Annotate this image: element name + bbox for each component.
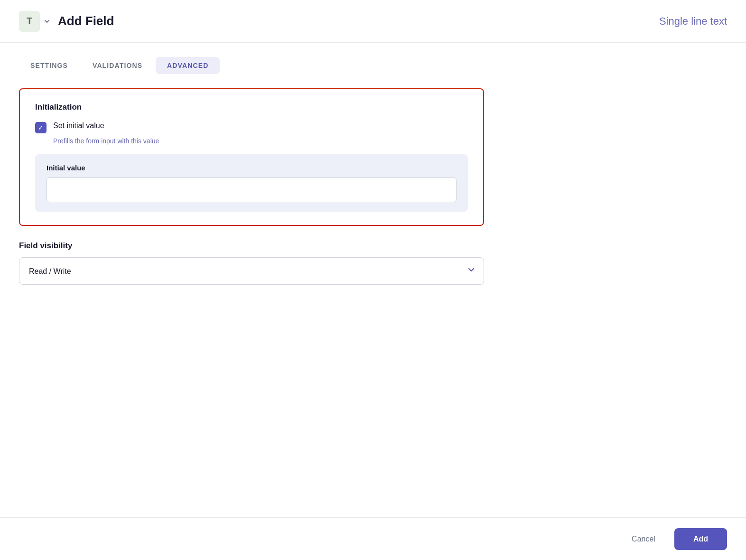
checkmark-icon: ✓ (38, 124, 44, 131)
initial-value-box: Initial value (35, 154, 468, 212)
initial-value-label: Initial value (47, 164, 457, 172)
cancel-button[interactable]: Cancel (622, 530, 665, 548)
avatar-letter: T (27, 16, 32, 27)
tab-settings[interactable]: SETTINGS (19, 57, 79, 74)
initialization-title: Initialization (35, 103, 468, 112)
tab-validations[interactable]: VALIDATIONS (81, 57, 154, 74)
page-title: Add Field (58, 14, 114, 28)
initial-value-input[interactable] (47, 177, 457, 202)
set-initial-value-label: Set initial value (53, 121, 104, 130)
header: T Add Field Single line text (0, 0, 746, 43)
add-button[interactable]: Add (674, 528, 727, 550)
field-visibility-section: Field visibility Read / Write Read only … (19, 241, 484, 285)
visibility-select[interactable]: Read / Write Read only Hidden (19, 257, 484, 285)
footer: Cancel Add (0, 517, 746, 560)
set-initial-value-checkbox[interactable]: ✓ (35, 122, 47, 133)
avatar: T (19, 11, 40, 32)
main-content: Initialization ✓ Set initial value Prefi… (0, 74, 746, 299)
avatar-dropdown-icon[interactable] (42, 16, 52, 27)
tabs-container: SETTINGS VALIDATIONS ADVANCED (0, 43, 746, 74)
checkbox-description: Prefills the form input with this value (53, 137, 468, 145)
tab-advanced[interactable]: ADVANCED (156, 57, 220, 74)
initialization-section: Initialization ✓ Set initial value Prefi… (19, 88, 484, 226)
field-type-label: Single line text (659, 15, 727, 28)
visibility-select-wrapper: Read / Write Read only Hidden (19, 257, 484, 285)
set-initial-value-row: ✓ Set initial value (35, 121, 468, 133)
avatar-container: T (19, 11, 52, 32)
header-left: T Add Field (19, 11, 114, 32)
field-visibility-title: Field visibility (19, 241, 484, 251)
